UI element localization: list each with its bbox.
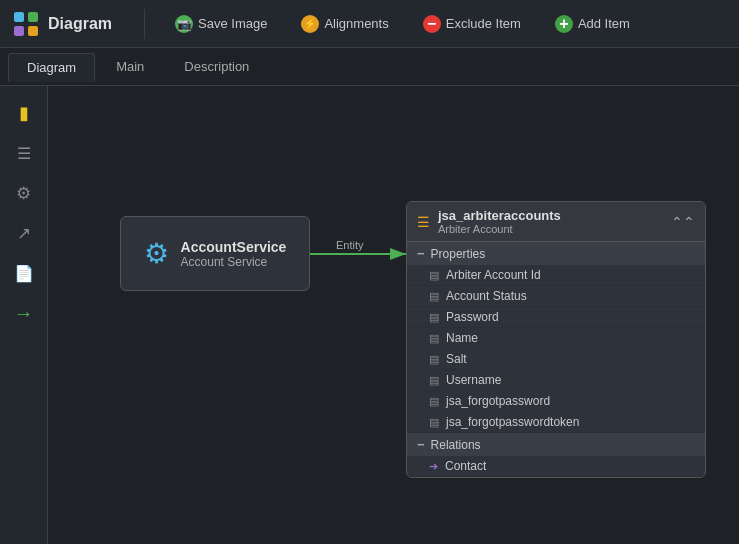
note-icon: ▮ xyxy=(19,102,29,124)
gear-icon: ⚙ xyxy=(16,183,31,204)
entity-table-icon: ☰ xyxy=(417,214,430,230)
note-tool-button[interactable]: ▮ xyxy=(7,96,41,130)
relations-section-header: − Relations xyxy=(407,433,705,456)
field-icon-7: ▤ xyxy=(429,416,439,429)
relations-collapse-icon[interactable]: − xyxy=(417,437,425,452)
exclude-item-label: Exclude Item xyxy=(446,16,521,31)
file-tool-button[interactable]: 📄 xyxy=(7,256,41,290)
add-item-button[interactable]: + Add Item xyxy=(547,11,638,37)
properties-section-header: − Properties xyxy=(407,242,705,265)
node-subtitle: Account Service xyxy=(181,255,287,269)
arrow-right-icon: → xyxy=(14,302,34,325)
property-name-7: jsa_forgotpasswordtoken xyxy=(446,415,579,429)
tab-description[interactable]: Description xyxy=(165,52,268,81)
file-icon: 📄 xyxy=(14,264,34,283)
entity-name: jsa_arbiteraccounts xyxy=(438,208,663,223)
node-name: AccountService xyxy=(181,239,287,255)
relation-icon-0: ➔ xyxy=(429,460,438,473)
field-icon-4: ▤ xyxy=(429,353,439,366)
field-icon-0: ▤ xyxy=(429,269,439,282)
alignments-button[interactable]: ⚡ Alignments xyxy=(293,11,396,37)
property-row-4[interactable]: ▤ Salt xyxy=(407,349,705,370)
logo: Diagram xyxy=(12,10,112,38)
node-gear-icon: ⚙ xyxy=(144,237,169,270)
arrow-right-tool-button[interactable]: → xyxy=(7,296,41,330)
relation-name-0: Contact xyxy=(445,459,486,473)
alignments-label: Alignments xyxy=(324,16,388,31)
entity-node[interactable]: ☰ jsa_arbiteraccounts Arbiter Account ⌃⌃… xyxy=(406,201,706,478)
arrow-label: Entity xyxy=(333,238,367,252)
diagram-canvas[interactable]: Entity ⚙ AccountService Account Service … xyxy=(48,86,739,544)
svg-rect-2 xyxy=(14,26,24,36)
app-title: Diagram xyxy=(48,15,112,33)
relations-label: Relations xyxy=(431,438,481,452)
arrow-up-icon: ↗ xyxy=(17,223,31,244)
entity-header: ☰ jsa_arbiteraccounts Arbiter Account ⌃⌃ xyxy=(407,202,705,242)
tabs-bar: Diagram Main Description xyxy=(0,48,739,86)
tab-diagram[interactable]: Diagram xyxy=(8,53,95,82)
header: Diagram 📷 Save Image ⚡ Alignments − Excl… xyxy=(0,0,739,48)
property-name-4: Salt xyxy=(446,352,467,366)
add-item-label: Add Item xyxy=(578,16,630,31)
account-service-node[interactable]: ⚙ AccountService Account Service xyxy=(120,216,310,291)
field-icon-2: ▤ xyxy=(429,311,439,324)
arrow-up-tool-button[interactable]: ↗ xyxy=(7,216,41,250)
property-name-2: Password xyxy=(446,310,499,324)
left-toolbar: ▮ ☰ ⚙ ↗ 📄 → xyxy=(0,86,48,544)
property-row-0[interactable]: ▤ Arbiter Account Id xyxy=(407,265,705,286)
entity-header-text: jsa_arbiteraccounts Arbiter Account xyxy=(438,208,663,235)
property-row-5[interactable]: ▤ Username xyxy=(407,370,705,391)
field-icon-3: ▤ xyxy=(429,332,439,345)
tab-main[interactable]: Main xyxy=(97,52,163,81)
add-item-icon: + xyxy=(555,15,573,33)
property-row-6[interactable]: ▤ jsa_forgotpassword xyxy=(407,391,705,412)
entity-collapse-icon[interactable]: ⌃⌃ xyxy=(671,214,695,230)
field-icon-5: ▤ xyxy=(429,374,439,387)
diagram-logo-icon xyxy=(12,10,40,38)
svg-rect-0 xyxy=(14,12,24,22)
property-name-6: jsa_forgotpassword xyxy=(446,394,550,408)
property-name-0: Arbiter Account Id xyxy=(446,268,541,282)
property-row-7[interactable]: ▤ jsa_forgotpasswordtoken xyxy=(407,412,705,433)
alignments-icon: ⚡ xyxy=(301,15,319,33)
property-row-3[interactable]: ▤ Name xyxy=(407,328,705,349)
entity-subtitle: Arbiter Account xyxy=(438,223,663,235)
exclude-icon: − xyxy=(423,15,441,33)
gear-tool-button[interactable]: ⚙ xyxy=(7,176,41,210)
save-image-button[interactable]: 📷 Save Image xyxy=(167,11,275,37)
properties-collapse-icon[interactable]: − xyxy=(417,246,425,261)
properties-label: Properties xyxy=(431,247,486,261)
property-name-3: Name xyxy=(446,331,478,345)
list-tool-button[interactable]: ☰ xyxy=(7,136,41,170)
save-image-icon: 📷 xyxy=(175,15,193,33)
property-row-2[interactable]: ▤ Password xyxy=(407,307,705,328)
svg-rect-3 xyxy=(28,26,38,36)
node-text-block: AccountService Account Service xyxy=(181,239,287,269)
header-separator xyxy=(144,9,145,39)
relation-row-0[interactable]: ➔ Contact xyxy=(407,456,705,477)
property-name-1: Account Status xyxy=(446,289,527,303)
field-icon-1: ▤ xyxy=(429,290,439,303)
field-icon-6: ▤ xyxy=(429,395,439,408)
main-area: ▮ ☰ ⚙ ↗ 📄 → Entity xyxy=(0,86,739,544)
list-icon: ☰ xyxy=(17,144,31,163)
property-name-5: Username xyxy=(446,373,501,387)
property-row-1[interactable]: ▤ Account Status xyxy=(407,286,705,307)
save-image-label: Save Image xyxy=(198,16,267,31)
exclude-item-button[interactable]: − Exclude Item xyxy=(415,11,529,37)
svg-rect-1 xyxy=(28,12,38,22)
